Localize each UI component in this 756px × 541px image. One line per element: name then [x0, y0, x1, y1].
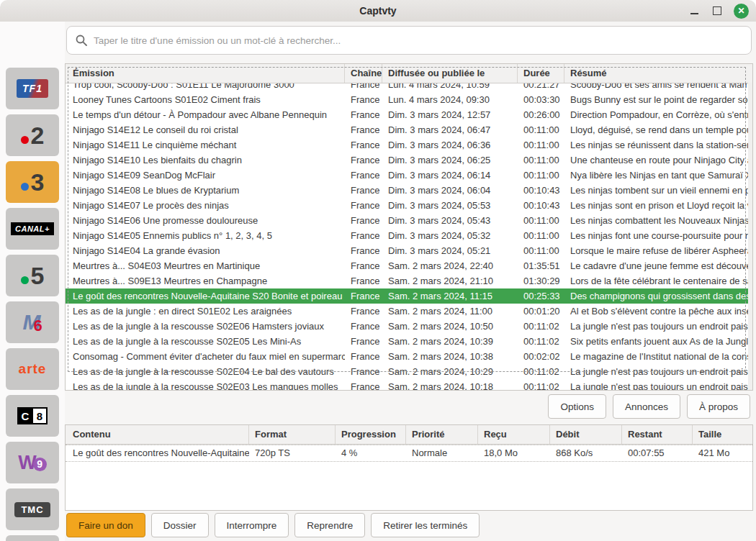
column-header-priorite[interactable]: Priorité — [406, 425, 478, 444]
column-header-diffusee[interactable]: Diffusée ou publiée le — [382, 64, 518, 83]
duree-cell: 00:01:20 — [518, 304, 564, 319]
table-row[interactable]: Ninjago S14E08 Le blues de KryptariumFra… — [66, 183, 752, 198]
date-cell: Lun. 4 mars 2024, 09:30 — [382, 92, 518, 107]
duree-cell: 01:35:51 — [518, 258, 564, 273]
donate-button[interactable]: Faire un don — [66, 513, 145, 537]
table-row[interactable]: Looney Tunes Cartoons S01E02 Ciment frai… — [66, 92, 752, 107]
resume-cell: Les ninjas combattent les Nouveaux Ninja… — [564, 213, 752, 228]
resume-cell: La jungle n'est pas toujours un endroit … — [564, 319, 752, 334]
emission-cell: Le temps d'un détour - À Pompadour avec … — [66, 107, 345, 122]
main-content: Taper le titre d'une émission ou un mot-… — [65, 22, 756, 541]
resume-cell: Les ninjas font une course-poursuite pou… — [564, 228, 752, 243]
date-cell: Dim. 3 mars 2024, 05:43 — [382, 213, 518, 228]
table-row[interactable]: Ninjago S14E05 Ennemis publics n° 1, 2, … — [66, 228, 752, 243]
apropos-button[interactable]: À propos — [687, 394, 750, 419]
channel-sidebar: TF1 2 3 CANAL+ 5 M6 arte C8 W9 TMC — [0, 22, 65, 541]
sidebar-item-c8[interactable]: C8 — [6, 395, 59, 437]
column-header-contenu[interactable]: Contenu — [66, 425, 249, 444]
date-cell: Sam. 2 mars 2024, 11:00 — [382, 304, 518, 319]
retirer-button[interactable]: Retirer les terminés — [371, 513, 480, 537]
column-header-duree[interactable]: Durée — [518, 64, 564, 83]
tmc-logo-icon: TMC — [14, 502, 50, 517]
column-header-format[interactable]: Format — [249, 425, 336, 444]
resume-cell: Des champignons qui grossissent dans des… — [564, 288, 752, 304]
column-header-recu[interactable]: Reçu — [478, 425, 550, 444]
chaine-cell: France 3 — [345, 349, 382, 364]
table-row[interactable]: Les as de la jungle à la rescousse S02E0… — [66, 319, 752, 334]
resume-cell: Les ninjas tombent sur un vieil ennemi e… — [564, 183, 752, 198]
emission-cell: Ninjago S14E04 La grande évasion — [66, 243, 345, 258]
annonces-button[interactable]: Annonces — [613, 394, 680, 419]
table-row[interactable]: Ninjago S14E07 Le procès des ninjasFranc… — [66, 198, 752, 213]
sidebar-item-france2[interactable]: 2 — [6, 114, 59, 156]
column-header-chaine[interactable]: Chaîne — [345, 64, 382, 83]
sidebar-item-w9[interactable]: W9 — [6, 442, 59, 483]
taille-cell: 421 Mo — [693, 445, 752, 461]
chaine-cell: France 3 — [345, 137, 382, 153]
resume-cell: Le cadavre d'une jeune femme est découve… — [564, 258, 752, 273]
chaine-cell: France 3 — [345, 319, 382, 334]
emission-cell: Les as de la jungle à la rescousse S02E0… — [66, 334, 345, 349]
minimize-button[interactable] — [688, 4, 701, 17]
column-header-emission[interactable]: Émission — [66, 64, 345, 83]
table-row[interactable]: Ninjago S14E06 Une promesse douloureuseF… — [66, 213, 752, 228]
table-row[interactable]: Ninjago S14E09 SeanDog McFlairFrance 3Di… — [66, 168, 752, 183]
emission-cell: Les as de la jungle à la rescousse S02E0… — [66, 364, 345, 379]
table-row[interactable]: Trop cool, Scooby-Doo : S01E11 Le Majord… — [66, 83, 752, 92]
table-row[interactable]: Meurtres à... S04E03 Meurtres en Martini… — [66, 258, 752, 273]
table-row[interactable]: Les as de la jungle à la rescousse S02E0… — [66, 379, 752, 391]
search-placeholder: Taper le titre d'une émission ou un mot-… — [94, 35, 341, 46]
chaine-cell: France 3 — [345, 153, 382, 168]
sidebar-item-canalplus[interactable]: CANAL+ — [6, 208, 59, 250]
download-row[interactable]: Le goût des rencontres Nouvelle-Aquitain… — [66, 445, 752, 462]
table-row[interactable]: Les as de la jungle à la rescousse S02E0… — [66, 334, 752, 349]
date-cell: Dim. 3 mars 2024, 06:04 — [382, 183, 518, 198]
column-header-progression[interactable]: Progression — [336, 425, 406, 444]
sidebar-item-tmc[interactable]: TMC — [6, 488, 59, 530]
maximize-button[interactable] — [711, 4, 724, 17]
emission-cell: Ninjago S14E05 Ennemis publics n° 1, 2, … — [66, 228, 345, 243]
table-row[interactable]: Ninjago S14E11 Le cinquième méchantFranc… — [66, 137, 752, 153]
action-bar: Options Annonces À propos — [548, 394, 750, 419]
sidebar-item-france5[interactable]: 5 — [6, 255, 59, 296]
sidebar-item-tf1[interactable]: TF1 — [6, 68, 59, 109]
options-button[interactable]: Options — [548, 394, 606, 419]
sidebar-item-next-partial[interactable] — [6, 535, 59, 541]
reprendre-button[interactable]: Reprendre — [294, 513, 365, 537]
date-cell: Dim. 3 mars 2024, 06:36 — [382, 137, 518, 153]
column-header-debit[interactable]: Débit — [550, 425, 622, 444]
date-cell: Dim. 3 mars 2024, 06:25 — [382, 153, 518, 168]
sidebar-item-france3[interactable]: 3 — [6, 161, 59, 203]
vertical-scrollbar[interactable] — [748, 83, 752, 390]
sidebar-item-m6[interactable]: M6 — [6, 301, 59, 343]
progression-cell: 4 % — [336, 445, 406, 461]
table-row[interactable]: Meurtres à... S09E13 Meurtres en Champag… — [66, 273, 752, 288]
column-header-taille[interactable]: Taille — [693, 425, 752, 444]
table-row[interactable]: Ninjago S14E10 Les bienfaits du chagrinF… — [66, 153, 752, 168]
table-row[interactable]: Les as de la jungle : en direct S01E02 L… — [66, 304, 752, 319]
table-row[interactable]: Le temps d'un détour - À Pompadour avec … — [66, 107, 752, 122]
table-row[interactable]: Le goût des rencontres Nouvelle-Aquitain… — [66, 288, 752, 304]
close-button[interactable]: ✕ — [734, 4, 749, 19]
table-row[interactable]: Consomag - Comment éviter d'acheter du f… — [66, 349, 752, 364]
dossier-button[interactable]: Dossier — [151, 513, 209, 537]
resume-cell: Les ninjas se réunissent dans la station… — [564, 137, 752, 153]
interrompre-button[interactable]: Interrompre — [215, 513, 289, 537]
table-row[interactable]: Les as de la jungle à la rescousse S02E0… — [66, 364, 752, 379]
search-input[interactable]: Taper le titre d'une émission ou un mot-… — [66, 26, 752, 55]
emission-cell: Ninjago S14E07 Le procès des ninjas — [66, 198, 345, 213]
format-cell: 720p TS — [249, 445, 336, 461]
downloads-table: Contenu Format Progression Priorité Reçu… — [65, 424, 753, 511]
emission-cell: Ninjago S14E09 SeanDog McFlair — [66, 168, 345, 183]
date-cell: Sam. 2 mars 2024, 10:50 — [382, 319, 518, 334]
table-row[interactable]: Ninjago S14E12 Le conseil du roi cristal… — [66, 122, 752, 137]
column-header-restant[interactable]: Restant — [622, 425, 693, 444]
date-cell: Sam. 2 mars 2024, 10:39 — [382, 334, 518, 349]
date-cell: Dim. 3 mars 2024, 05:32 — [382, 228, 518, 243]
sidebar-item-arte[interactable]: arte — [6, 348, 59, 390]
date-cell: Dim. 3 mars 2024, 06:47 — [382, 122, 518, 137]
column-header-resume[interactable]: Résumé — [564, 64, 752, 83]
table-row[interactable]: Ninjago S14E04 La grande évasionFrance 3… — [66, 243, 752, 258]
duree-cell: 00:11:00 — [518, 228, 564, 243]
arte-logo-icon: arte — [19, 361, 47, 377]
